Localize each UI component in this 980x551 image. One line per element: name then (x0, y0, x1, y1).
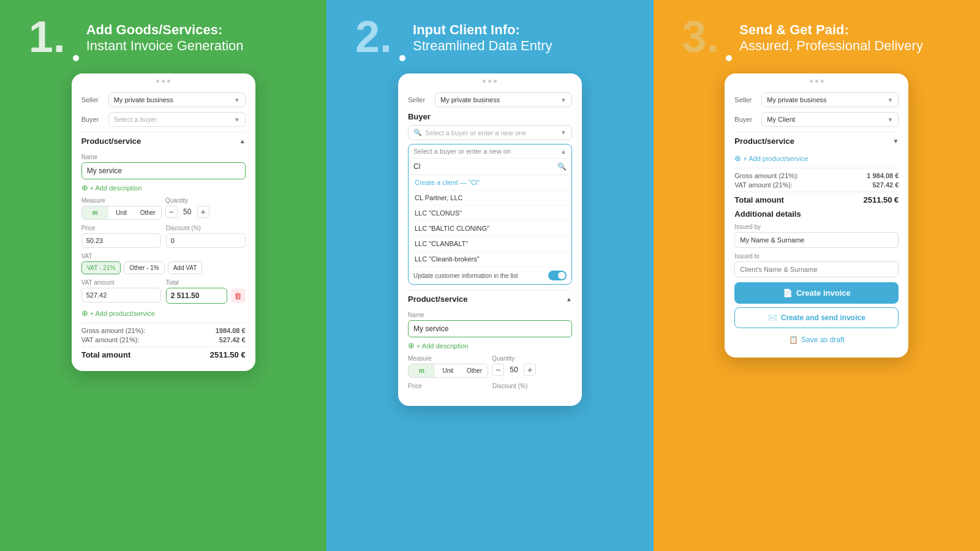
name-input-2[interactable] (408, 320, 572, 337)
measure-tab-unit-2[interactable]: Unit (435, 364, 461, 377)
quantity-decrease-button[interactable]: − (165, 206, 178, 218)
client-option-1[interactable]: CL Partner, LLC (409, 190, 571, 206)
product-chevron-3-icon[interactable]: ▼ (892, 138, 899, 144)
add-description-icon: ⊕ (81, 183, 88, 192)
step-3-number: 3. (682, 18, 718, 56)
create-send-label: Create and send invoice (781, 313, 865, 322)
measure-section-2: Measure m Unit Other (408, 355, 488, 378)
issued-to-input[interactable] (734, 261, 899, 277)
product-section-title-3: Product/service (734, 137, 794, 146)
product-section-header: Product/service ▲ (81, 132, 246, 150)
measure-tab-other-2[interactable]: Other (461, 364, 488, 377)
update-toggle-row: Update customer information in the list (409, 267, 571, 284)
phone-content-1: Seller My private business ▼ Buyer Selec… (72, 86, 255, 371)
price-discount-row: Price Discount (%) (81, 225, 246, 248)
phone-content-2: Seller My private business ▼ Buyer 🔍 Sel… (398, 86, 582, 406)
client-search-input[interactable] (413, 162, 557, 171)
step-1-title-bold: Add Goods/Services: (86, 22, 244, 38)
toggle-knob (558, 272, 565, 279)
buyer-select-3[interactable]: My Client ▼ (761, 112, 899, 127)
panel-3: 3. Send & Get Paid: Assured, Professiona… (654, 0, 980, 551)
measure-tab-m[interactable]: m (82, 206, 108, 219)
phone-dot (167, 80, 170, 83)
create-invoice-button[interactable]: 📄 Create invoice (734, 282, 899, 304)
vat-tab-21[interactable]: VAT - 21% (81, 261, 121, 274)
step-1-dot (73, 55, 79, 61)
product-chevron-icon[interactable]: ▲ (239, 138, 246, 144)
vat-tab-other[interactable]: Other - 1% (124, 261, 164, 274)
measure-tab-m-2[interactable]: m (409, 364, 435, 377)
add-description-link-2[interactable]: ⊕ + Add description (408, 341, 572, 350)
vat-sum-label: VAT amount (21%): (81, 336, 140, 343)
create-send-icon: ✉️ (768, 313, 777, 322)
measure-tab-unit[interactable]: Unit (108, 206, 135, 219)
dropdown-header-chevron-icon: ▲ (560, 148, 567, 155)
measure-tab-other[interactable]: Other (135, 206, 161, 219)
product-chevron-2-icon[interactable]: ▲ (566, 296, 572, 302)
delete-item-button[interactable]: 🗑 (231, 288, 246, 303)
save-draft-button[interactable]: 📋 Save as draft (734, 332, 899, 348)
create-client-option[interactable]: Create a client — "Cl" (409, 175, 571, 190)
buyer-select[interactable]: Select a buyer ▼ (108, 112, 246, 127)
add-product-link-3[interactable]: ⊕ + Add product/service (734, 154, 899, 163)
step-2-number: 2. (355, 18, 392, 56)
buyer-chevron-3-icon: ▼ (887, 116, 893, 123)
vat-value-3: 527.42 € (872, 181, 899, 189)
product-section-header-3: Product/service ▼ (734, 132, 899, 150)
dropdown-search-input-row: 🔍 (409, 159, 571, 175)
price-input[interactable] (81, 233, 161, 248)
seller-value-2: My private business (440, 96, 500, 103)
phone-dot (483, 80, 486, 83)
product-section-title: Product/service (81, 137, 141, 146)
quantity-value: 50 (180, 208, 195, 216)
client-option-3[interactable]: LLC "BALTIC CLONING" (409, 221, 571, 236)
seller-select-3[interactable]: My private business ▼ (761, 92, 899, 107)
step-2-title: Input Client Info: Streamlined Data Entr… (413, 18, 552, 54)
vat-sum-line: VAT amount (21%): 527.42 € (81, 336, 246, 343)
buyer-label-2: Buyer (408, 112, 572, 121)
buyer-label-3: Buyer (734, 116, 758, 123)
price-section-2: Price (408, 383, 488, 391)
client-option-2[interactable]: LLC "CLONUS" (409, 206, 571, 221)
update-toggle-switch[interactable] (548, 271, 567, 280)
issued-by-input[interactable] (734, 232, 899, 248)
create-send-invoice-button[interactable]: ✉️ Create and send invoice (734, 307, 899, 328)
client-option-4[interactable]: LLC "CLANBALT" (409, 236, 571, 252)
seller-select-2[interactable]: My private business ▼ (435, 92, 572, 107)
buyer-search-row[interactable]: 🔍 Select a buyer or enter a new one ▼ (408, 125, 572, 140)
buyer-value-3: My Client (767, 116, 795, 123)
add-product-link[interactable]: ⊕ + Add product/service (81, 309, 246, 318)
step-3-dot (726, 55, 732, 61)
measure-tabs-2: m Unit Other (408, 364, 488, 378)
phone-dot (815, 80, 818, 83)
buyer-search-icon: 🔍 (413, 129, 422, 137)
seller-select[interactable]: My private business ▼ (108, 92, 246, 107)
quantity-decrease-button-2[interactable]: − (492, 364, 504, 376)
summary-section: Gross amount (21%): 1984.08 € VAT amount… (81, 323, 246, 359)
issued-to-label: Issued to (734, 253, 899, 260)
issued-by-label: Issued by (734, 223, 899, 230)
step-1-number: 1. (29, 18, 66, 56)
quantity-row: − 50 + (165, 206, 246, 218)
client-option-5[interactable]: LLC "Cleanit-brokers" (409, 252, 571, 267)
buyer-placeholder: Select a buyer (114, 116, 157, 123)
buyer-row-3: Buyer My Client ▼ (734, 112, 899, 127)
add-description-text-2: + Add description (417, 342, 469, 350)
product-section-header-2: Product/service ▲ (408, 290, 572, 308)
step-3-title-bold: Send & Get Paid: (739, 22, 923, 38)
seller-chevron-3-icon: ▼ (887, 97, 893, 103)
seller-label-3: Seller (734, 96, 758, 103)
vat-tab-add[interactable]: Add VAT (168, 261, 203, 274)
quantity-increase-button-2[interactable]: + (524, 364, 536, 376)
name-input[interactable] (81, 162, 246, 179)
add-description-link[interactable]: ⊕ + Add description (81, 183, 246, 192)
discount-section-2: Discount (%) (492, 383, 572, 391)
total-amount-line: Total amount 2511.50 € (81, 347, 246, 359)
vat-amount-input (81, 288, 161, 302)
add-product-text-3: + Add product/service (743, 155, 808, 162)
quantity-increase-button[interactable]: + (197, 206, 209, 218)
buyer-section-2: Buyer 🔍 Select a buyer or enter a new on… (408, 112, 572, 285)
additional-title: Additional details (734, 209, 899, 219)
name-field-label: Name (81, 154, 246, 160)
discount-input[interactable] (166, 233, 246, 248)
